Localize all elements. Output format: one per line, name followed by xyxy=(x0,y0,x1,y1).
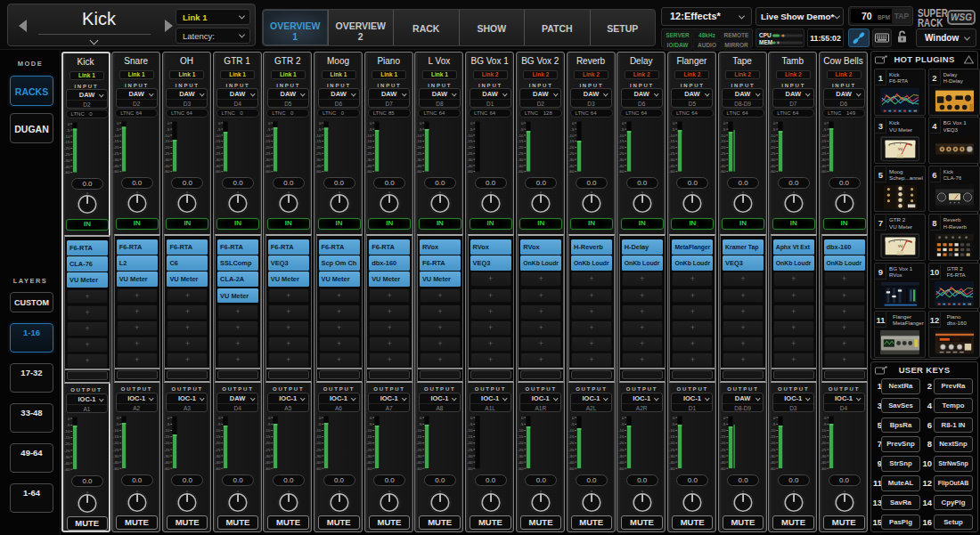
svg-text:-25: -25 xyxy=(315,151,322,156)
svg-text:-20: -20 xyxy=(518,441,524,445)
svg-text:-15: -15 xyxy=(215,139,221,143)
svg-text:-20: -20 xyxy=(770,145,776,150)
svg-text:-60: -60 xyxy=(366,466,372,471)
svg-text:-20: -20 xyxy=(669,145,675,150)
svg-text:-30: -30 xyxy=(618,158,625,162)
svg-text:-25: -25 xyxy=(366,151,372,156)
svg-text:-30: -30 xyxy=(568,158,575,162)
svg-text:-30: -30 xyxy=(467,158,473,162)
svg-text:-5: -5 xyxy=(772,127,776,132)
svg-text:-40: -40 xyxy=(315,164,322,168)
svg-text:-25: -25 xyxy=(64,449,70,453)
svg-text:-25: -25 xyxy=(113,151,119,156)
svg-text:-40: -40 xyxy=(64,461,70,466)
svg-text:-60: -60 xyxy=(315,466,322,471)
svg-text:-5: -5 xyxy=(722,127,725,132)
svg-text:-10: -10 xyxy=(366,428,372,433)
svg-text:-40: -40 xyxy=(265,164,271,168)
svg-text:-60: -60 xyxy=(315,169,322,174)
svg-text:-10: -10 xyxy=(64,134,70,139)
svg-text:0: 0 xyxy=(117,121,119,126)
svg-text:-30: -30 xyxy=(720,158,726,162)
svg-text:-10: -10 xyxy=(770,134,776,138)
svg-text:-15: -15 xyxy=(467,139,473,143)
svg-text:-25: -25 xyxy=(568,151,575,156)
svg-text:-15: -15 xyxy=(618,434,625,439)
svg-text:-40: -40 xyxy=(568,460,575,465)
svg-text:-10: -10 xyxy=(366,134,372,138)
svg-text:-25: -25 xyxy=(164,151,170,156)
svg-text:-15: -15 xyxy=(64,435,70,440)
svg-text:-25: -25 xyxy=(821,448,827,452)
svg-text:-25: -25 xyxy=(720,151,726,156)
svg-text:-30: -30 xyxy=(315,158,322,162)
svg-text:-15: -15 xyxy=(113,434,119,439)
svg-text:0: 0 xyxy=(521,121,524,126)
svg-text:-20: -20 xyxy=(366,145,372,150)
svg-text:-30: -30 xyxy=(770,158,776,162)
svg-text:-40: -40 xyxy=(164,460,170,465)
svg-text:0: 0 xyxy=(571,121,574,126)
svg-text:-40: -40 xyxy=(467,460,473,465)
svg-text:-10: -10 xyxy=(64,429,70,434)
svg-text:-10: -10 xyxy=(265,428,271,433)
svg-text:-30: -30 xyxy=(164,454,170,458)
svg-text:-5: -5 xyxy=(470,127,473,132)
svg-text:-40: -40 xyxy=(770,164,776,168)
svg-text:-60: -60 xyxy=(770,169,776,174)
svg-text:-15: -15 xyxy=(416,434,422,439)
svg-text:-10: -10 xyxy=(821,134,827,138)
svg-text:-5: -5 xyxy=(519,127,523,132)
svg-text:-10: -10 xyxy=(215,428,221,433)
svg-text:-30: -30 xyxy=(770,454,776,458)
svg-text:-60: -60 xyxy=(518,466,524,471)
svg-text:-30: -30 xyxy=(518,158,524,162)
svg-text:-15: -15 xyxy=(265,434,271,439)
svg-text:-60: -60 xyxy=(720,466,726,471)
svg-text:0: 0 xyxy=(319,121,322,126)
svg-text:-10: -10 xyxy=(568,428,575,433)
svg-text:-20: -20 xyxy=(821,441,827,445)
svg-text:-20: -20 xyxy=(467,441,473,445)
svg-text:-20: -20 xyxy=(164,145,170,150)
svg-text:-40: -40 xyxy=(821,164,827,168)
svg-text:-20: -20 xyxy=(64,442,70,446)
svg-text:0: 0 xyxy=(370,121,372,126)
svg-text:-15: -15 xyxy=(669,139,675,143)
svg-text:-5: -5 xyxy=(116,422,119,426)
svg-text:-20: -20 xyxy=(770,441,776,445)
svg-text:-40: -40 xyxy=(618,460,625,465)
svg-text:-5: -5 xyxy=(772,422,776,426)
svg-text:-30: -30 xyxy=(821,158,827,162)
svg-text:-30: -30 xyxy=(64,158,70,163)
svg-text:-30: -30 xyxy=(416,454,422,458)
svg-text:-60: -60 xyxy=(215,466,221,471)
svg-text:-25: -25 xyxy=(518,151,524,156)
svg-text:-60: -60 xyxy=(64,170,70,174)
svg-text:-25: -25 xyxy=(568,448,575,452)
svg-text:-10: -10 xyxy=(568,134,575,138)
svg-text:-20: -20 xyxy=(64,146,70,150)
svg-text:-25: -25 xyxy=(265,448,271,452)
svg-text:-5: -5 xyxy=(317,422,321,426)
svg-text:-60: -60 xyxy=(467,466,473,471)
svg-text:-5: -5 xyxy=(317,127,321,132)
svg-text:-30: -30 xyxy=(720,454,726,458)
svg-text:-20: -20 xyxy=(568,441,575,445)
svg-text:-5: -5 xyxy=(671,422,674,426)
svg-text:-20: -20 xyxy=(568,145,575,150)
svg-text:-40: -40 xyxy=(568,164,575,168)
svg-text:-30: -30 xyxy=(164,158,170,162)
svg-text:-15: -15 xyxy=(366,434,372,439)
svg-text:0: 0 xyxy=(622,416,625,420)
svg-text:-15: -15 xyxy=(164,434,170,439)
svg-text:-60: -60 xyxy=(416,169,422,174)
svg-text:-20: -20 xyxy=(366,441,372,445)
svg-text:-25: -25 xyxy=(366,448,372,452)
svg-text:-25: -25 xyxy=(215,448,221,452)
svg-text:-10: -10 xyxy=(618,428,625,433)
svg-text:-5: -5 xyxy=(570,127,574,132)
svg-text:-40: -40 xyxy=(669,164,675,168)
svg-text:0: 0 xyxy=(218,416,221,420)
svg-text:-40: -40 xyxy=(265,460,271,465)
